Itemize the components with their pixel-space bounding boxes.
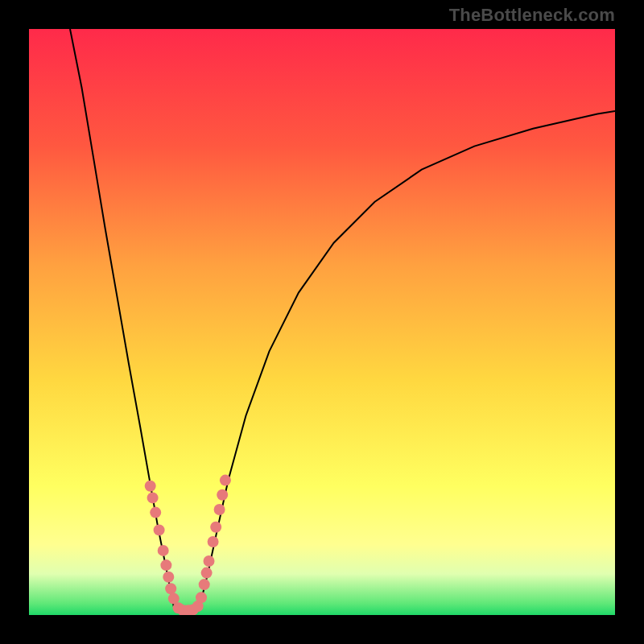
bead-point <box>147 492 159 503</box>
sample-beads <box>145 475 231 615</box>
bead-point <box>160 559 171 571</box>
bead-point <box>150 507 161 518</box>
bead-point <box>220 475 231 486</box>
bead-point <box>158 545 169 556</box>
bead-point <box>163 572 174 583</box>
bead-point <box>210 522 221 533</box>
bead-point <box>214 504 225 515</box>
curve-left <box>70 29 175 609</box>
bead-point <box>165 583 176 594</box>
outer-frame: TheBottleneck.com <box>0 0 644 644</box>
bead-point <box>199 579 210 590</box>
bead-point <box>154 524 165 535</box>
bead-point <box>208 536 219 547</box>
bead-point <box>196 592 207 603</box>
bead-point <box>145 481 156 492</box>
bead-point <box>217 489 228 501</box>
bead-point <box>201 568 213 579</box>
curve-svg <box>29 29 615 615</box>
curve-right <box>199 111 615 609</box>
bead-point <box>204 555 215 567</box>
watermark-text: TheBottleneck.com <box>449 5 615 26</box>
